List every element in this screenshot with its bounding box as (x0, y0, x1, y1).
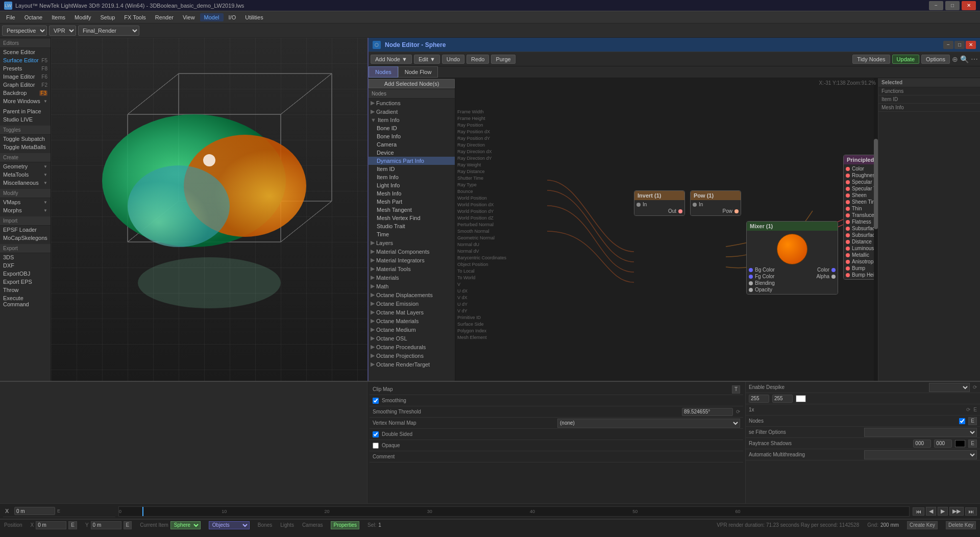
minimize-button[interactable]: − (929, 1, 943, 10)
menu-model[interactable]: Model (200, 13, 224, 21)
color-swatch[interactable] (796, 395, 806, 402)
render-select[interactable]: Final_Render (78, 26, 139, 36)
node-invert[interactable]: Invert (1) In Out (634, 190, 685, 216)
tree-octane-medium[interactable]: ▶ Octane Medium (369, 325, 455, 334)
tree-mesh-part[interactable]: Mesh Part (369, 198, 455, 206)
auto-mt-select[interactable] (864, 450, 977, 459)
sidebar-toggle-metaballs[interactable]: Toggle MetaBalls (0, 143, 51, 151)
ne-minimize[interactable]: − (943, 41, 953, 49)
view-select[interactable]: Perspective (2, 26, 47, 36)
smoothing-threshold-input[interactable] (682, 408, 733, 416)
node-canvas[interactable]: X:-31 Y:138 Zoom:91.2% Frame Width Frame… (455, 78, 878, 381)
sidebar-morphs[interactable]: Morphs▼ (0, 206, 51, 214)
tree-item-id[interactable]: Item ID (369, 165, 455, 173)
delete-key-button[interactable]: Delete Key (946, 521, 976, 529)
smoothing-checkbox[interactable] (373, 398, 379, 404)
node-principled-bsdf-header[interactable]: Principled BSDF (1) ▼ (844, 155, 878, 164)
y-e-button[interactable]: E (124, 521, 132, 529)
double-sided-checkbox[interactable] (373, 431, 379, 437)
menu-items[interactable]: Items (47, 13, 69, 21)
tree-material-components[interactable]: ▶ Material Components (369, 247, 455, 256)
tree-time[interactable]: Time (369, 230, 455, 238)
tree-octane-materials[interactable]: ▶ Octane Materials (369, 316, 455, 325)
timeline-playhead[interactable] (142, 507, 143, 516)
canvas-vscroll-thumb[interactable] (874, 139, 878, 230)
properties-button[interactable]: Properties (331, 521, 359, 529)
x-e-button[interactable]: E (68, 521, 77, 529)
go-end-button[interactable]: ⏭ (965, 507, 977, 516)
node-pow-header[interactable]: Pow (1) (691, 191, 741, 200)
tree-octane-projections[interactable]: ▶ Octane Projections (369, 351, 455, 360)
menu-view[interactable]: View (179, 13, 199, 21)
nodes-checkbox[interactable] (959, 418, 965, 424)
viewport[interactable] (51, 38, 368, 381)
sidebar-mocap-skelegons[interactable]: MoCapSkelegons (0, 234, 51, 242)
tree-octane-emission[interactable]: ▶ Octane Emission (369, 299, 455, 308)
canvas-vscroll[interactable] (874, 78, 878, 381)
add-node-button[interactable]: Add Node ▼ (371, 55, 412, 64)
sidebar-epsf-loader[interactable]: EPSF Loader (0, 226, 51, 234)
edit-button[interactable]: Edit ▼ (414, 55, 440, 64)
tree-materials[interactable]: ▶ Materials (369, 273, 455, 282)
tab-nodes[interactable]: Nodes (369, 66, 398, 78)
sidebar-geometry[interactable]: Geometry▼ (0, 162, 51, 170)
timeline-axis[interactable]: 0 10 20 30 40 50 60 (118, 506, 910, 517)
tree-math[interactable]: ▶ Math (369, 282, 455, 290)
ne-close[interactable]: ✕ (966, 41, 976, 49)
tree-octane-mat-layers[interactable]: ▶ Octane Mat Layers (369, 308, 455, 316)
menu-render[interactable]: Render (151, 13, 178, 21)
tree-octane-osl[interactable]: ▶ Octane OSL (369, 334, 455, 343)
node-mixer-header[interactable]: Mixer (1) (747, 222, 838, 231)
sidebar-dxf[interactable]: DXF (0, 261, 51, 270)
node-pow[interactable]: Pow (1) In Pow (690, 190, 741, 216)
purge-button[interactable]: Purge (491, 55, 515, 64)
sidebar-export-obj[interactable]: ExportOBJ (0, 270, 51, 278)
node-invert-header[interactable]: Invert (1) (634, 191, 684, 200)
sidebar-image-editor[interactable]: Image Editor F6 (0, 72, 51, 81)
menu-io[interactable]: I/O (225, 13, 240, 21)
tree-light-info[interactable]: Light Info (369, 181, 455, 189)
tree-mesh-vertex-find[interactable]: Mesh Vertex Find (369, 214, 455, 222)
tree-gradient[interactable]: ▶ Gradient (369, 107, 455, 116)
tree-dynamics-part-info[interactable]: Dynamics Part Info (369, 157, 455, 165)
go-start-button[interactable]: ⏮ (913, 507, 924, 516)
node-mixer[interactable]: Mixer (1) Bg Color Color (746, 221, 838, 295)
sidebar-execute-command[interactable]: Execute Command (0, 294, 51, 308)
sidebar-export-eps[interactable]: Export EPS (0, 278, 51, 286)
tree-bone-id[interactable]: Bone ID (369, 124, 455, 132)
options-button[interactable]: Options (921, 55, 950, 64)
tidy-nodes-button[interactable]: Tidy Nodes (852, 55, 890, 64)
close-button[interactable]: ✕ (962, 1, 976, 10)
menu-file[interactable]: File (2, 13, 19, 21)
menu-fx-tools[interactable]: FX Tools (120, 13, 150, 21)
sidebar-3ds[interactable]: 3DS (0, 253, 51, 261)
sidebar-parent-in-place[interactable]: Parent in Place (0, 107, 51, 115)
maximize-button[interactable]: □ (945, 1, 960, 10)
y-status-input[interactable] (91, 521, 121, 529)
opaque-checkbox[interactable] (373, 443, 379, 449)
tree-studio-trait[interactable]: Studio Trait (369, 222, 455, 230)
tree-material-integrators[interactable]: ▶ Material Integrators (369, 256, 455, 264)
sidebar-backdrop[interactable]: Backdrop F3 (0, 89, 51, 97)
raytrace-r-input[interactable] (913, 440, 931, 448)
sidebar-scene-editor[interactable]: Scene Editor (0, 48, 51, 56)
sidebar-miscellaneous[interactable]: Miscellaneous▼ (0, 179, 51, 187)
nodes-e-button[interactable]: E (968, 417, 977, 425)
raytrace-g-input[interactable] (934, 440, 952, 448)
tree-octane-procedurals[interactable]: ▶ Octane Procedurals (369, 343, 455, 351)
tree-layers[interactable]: ▶ Layers (369, 238, 455, 247)
vertex-normal-map-select[interactable]: (none) (557, 419, 740, 428)
color-g-input[interactable] (772, 395, 793, 403)
sidebar-throw[interactable]: Throw (0, 286, 51, 294)
menu-utilities[interactable]: Utilities (241, 13, 267, 21)
vpr-select[interactable]: VPR (49, 26, 76, 36)
sidebar-graph-editor[interactable]: Graph Editor F2 (0, 81, 51, 89)
menu-setup[interactable]: Setup (96, 13, 119, 21)
raytrace-swatch[interactable] (955, 440, 965, 447)
clip-map-button[interactable]: T (732, 385, 740, 394)
tree-octane-displacements[interactable]: ▶ Octane Displacements (369, 290, 455, 299)
sidebar-surface-editor[interactable]: Surface Editor F5 (0, 56, 51, 64)
menu-octane[interactable]: Octane (20, 13, 46, 21)
sidebar-presets[interactable]: Presets F8 (0, 64, 51, 72)
tree-material-tools[interactable]: ▶ Material Tools (369, 264, 455, 273)
